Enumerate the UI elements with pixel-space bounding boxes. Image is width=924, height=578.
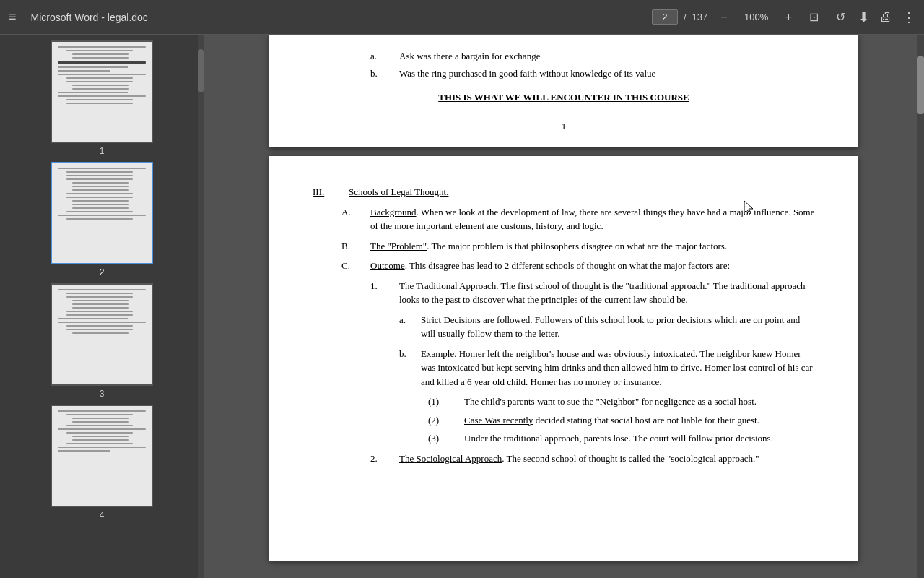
item-2-label: 2. xyxy=(370,452,399,466)
item-1-3: (3) Under the traditional approach, pare… xyxy=(428,431,815,446)
document-title: Microsoft Word - legal.doc xyxy=(31,12,643,23)
more-options-button[interactable]: ⋮ xyxy=(902,9,915,25)
item-A-label: A. xyxy=(341,205,370,233)
item-2-text: . The second school of thought is called… xyxy=(502,453,759,464)
item-1-3-text: Under the traditional approach, parents … xyxy=(464,431,773,446)
page1-number: 1 xyxy=(313,119,815,134)
item-1-2-text: decided stating that social host are not… xyxy=(533,415,759,426)
item-1-label: 1. xyxy=(370,279,399,307)
item-1b-content: Example. Homer left the neighbor's house… xyxy=(421,347,815,389)
item-2-title: The Sociological Approach xyxy=(399,453,502,464)
item-1-3-label: (3) xyxy=(428,431,464,446)
item-1b-label: b. xyxy=(399,347,421,389)
thumbnail-page-1[interactable]: 1 xyxy=(9,40,195,156)
page-num-1: 1 xyxy=(100,146,105,156)
item-C-content: Outcome. This disagree has lead to 2 dif… xyxy=(370,259,730,273)
document-page-1: a. Ask was there a bargain for exchange … xyxy=(269,35,858,147)
item-1a-content: Strict Decisions are followed. Followers… xyxy=(421,313,815,341)
item-A-title: Background xyxy=(370,207,417,217)
sidebar-scrollbar[interactable] xyxy=(198,35,204,578)
page-input[interactable] xyxy=(652,9,678,25)
item-C: C. Outcome. This disagree has lead to 2 … xyxy=(341,259,815,273)
page-separator: / xyxy=(684,12,687,22)
page-num-4: 4 xyxy=(100,510,105,520)
page1-banner: THIS IS WHAT WE WILL ENCOUNTER IN THIS C… xyxy=(313,90,815,105)
item-1-1-text: The child's parents want to sue the "Nei… xyxy=(464,394,757,409)
item-C-title: Outcome xyxy=(370,260,405,271)
page-num-2: 2 xyxy=(100,267,105,277)
item-1-content: The Traditional Approach. The first scho… xyxy=(399,279,815,307)
download-button[interactable]: ⬇ xyxy=(858,9,869,25)
page-gap xyxy=(269,150,858,156)
sidebar-scrollbar-thumb[interactable] xyxy=(198,49,204,92)
section-iii: III. Schools of Legal Thought. xyxy=(313,185,815,199)
item-1-2: (2) Case Was recently decided stating th… xyxy=(428,413,815,428)
thumbnail-page-2[interactable]: 2 xyxy=(9,162,195,277)
item-B-content: The "Problem". The major problem is that… xyxy=(370,239,727,254)
document-scrollbar[interactable] xyxy=(917,35,924,578)
document-page-2: III. Schools of Legal Thought. A. Backgr… xyxy=(269,156,858,561)
toolbar: ≡ Microsoft Word - legal.doc / 137 − 100… xyxy=(0,0,924,35)
item-1-2-title: Case Was recently xyxy=(464,415,533,426)
section-iii-label: III. xyxy=(313,185,341,199)
item-1b-title: Example xyxy=(421,348,454,359)
page-num-3: 3 xyxy=(100,389,105,399)
section-iii-title: Schools of Legal Thought. xyxy=(349,185,448,199)
item-1a-label: a. xyxy=(399,313,421,341)
zoom-in-button[interactable]: + xyxy=(781,8,796,27)
page-total: 137 xyxy=(692,12,708,22)
item-C-label: C. xyxy=(341,259,370,273)
main-area: 1 xyxy=(0,35,924,578)
document-viewer[interactable]: a. Ask was there a bargain for exchange … xyxy=(204,35,924,578)
menu-icon[interactable]: ≡ xyxy=(9,9,17,25)
item-a-label: a. xyxy=(370,49,399,64)
print-button[interactable]: 🖨 xyxy=(879,9,892,25)
item-1a: a. Strict Decisions are followed. Follow… xyxy=(399,313,815,341)
item-1-1: (1) The child's parents want to sue the … xyxy=(428,394,815,409)
zoom-level: 100% xyxy=(741,12,772,22)
page-navigation: / 137 xyxy=(652,9,707,25)
page1-item-a: a. Ask was there a bargain for exchange xyxy=(370,49,815,64)
item-2-content: The Sociological Approach. The second sc… xyxy=(399,452,759,466)
item-C-text: . This disagree has lead to 2 different … xyxy=(405,260,730,271)
item-1-title: The Traditional Approach xyxy=(399,280,496,291)
thumbnails-list[interactable]: 1 xyxy=(0,35,204,578)
page-thumbnails-sidebar: 1 xyxy=(0,35,204,578)
item-B: B. The "Problem". The major problem is t… xyxy=(341,239,815,254)
item-2: 2. The Sociological Approach. The second… xyxy=(370,452,815,466)
item-B-text: . The major problem is that philosophers… xyxy=(427,241,727,251)
item-b-text: Was the ring purchased in good faith wit… xyxy=(399,66,655,81)
thumbnail-page-4[interactable]: 4 xyxy=(9,405,195,520)
cursor xyxy=(743,199,757,220)
item-1-1-label: (1) xyxy=(428,394,464,409)
rotate-button[interactable]: ↺ xyxy=(832,7,850,27)
thumbnail-page-3[interactable]: 3 xyxy=(9,283,195,399)
document-scrollbar-thumb[interactable] xyxy=(917,56,924,114)
item-a-text: Ask was there a bargain for exchange xyxy=(399,49,540,64)
item-1b-text: . Homer left the neighbor's house and wa… xyxy=(421,348,813,387)
item-B-label: B. xyxy=(341,239,370,254)
item-1b: b. Example. Homer left the neighbor's ho… xyxy=(399,347,815,389)
item-1: 1. The Traditional Approach. The first s… xyxy=(370,279,815,307)
page1-item-b: b. Was the ring purchased in good faith … xyxy=(370,66,815,81)
zoom-out-button[interactable]: − xyxy=(716,8,731,27)
toolbar-right-actions: ⬇ 🖨 ⋮ xyxy=(858,9,915,25)
item-1-2-content: Case Was recently decided stating that s… xyxy=(464,413,759,428)
item-b-label: b. xyxy=(370,66,399,81)
item-B-title: The "Problem" xyxy=(370,241,427,251)
item-1a-title: Strict Decisions are followed xyxy=(421,314,530,325)
item-1-2-label: (2) xyxy=(428,413,464,428)
fit-page-button[interactable]: ⊡ xyxy=(805,7,823,27)
